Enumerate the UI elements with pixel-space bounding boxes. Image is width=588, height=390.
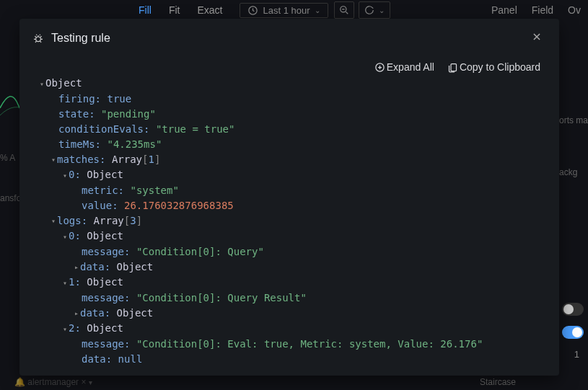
tree-row: message: "Condition[0]: Eval: true, Metr…	[47, 337, 545, 352]
tree-row: value: 26.176032876968385	[47, 198, 545, 213]
modal-title: Testing rule	[51, 32, 110, 45]
tree-row[interactable]: ▾0: Object	[47, 229, 545, 244]
tree-row[interactable]: ▾Object	[47, 76, 545, 92]
chevron-down-icon: ⌄	[315, 6, 320, 14]
expand-all-button[interactable]: Expand All	[374, 61, 434, 73]
close-button[interactable]	[527, 29, 546, 47]
bg-text: 🔔 alertmanager × ▾	[14, 377, 92, 387]
tree-row[interactable]: ▾0: Object	[47, 167, 545, 183]
tab-fit[interactable]: Fit	[160, 1, 189, 19]
tree-row[interactable]: ▾1: Object	[47, 275, 545, 291]
copy-clipboard-button[interactable]: Copy to Clipboard	[447, 61, 540, 73]
tab-overrides[interactable]: Ov	[568, 4, 581, 16]
tree-row[interactable]: ▸data: Object	[47, 260, 545, 275]
tree-row[interactable]: ▾matches: Array[1]	[47, 152, 545, 168]
tree-row: timeMs: "4.235ms"	[47, 137, 545, 152]
plus-circle-icon	[374, 62, 385, 73]
svg-point-2	[36, 37, 41, 42]
testing-rule-modal: Testing rule Expand All Copy to Clipboar…	[19, 19, 559, 376]
bg-text: Staircase	[480, 377, 516, 387]
tab-fill[interactable]: Fill	[130, 1, 160, 19]
bug-icon	[32, 32, 44, 44]
tree-row: state: "pending"	[47, 107, 545, 122]
json-tree: ▾Object firing: true state: "pending" co…	[34, 76, 545, 367]
tree-row: message: "Condition[0]: Query"	[47, 244, 545, 260]
tree-row: conditionEvals: "true = true"	[47, 122, 545, 137]
toggle-switch[interactable]	[562, 326, 584, 339]
zoom-out-button[interactable]	[334, 1, 354, 19]
bg-text: ports ma	[554, 115, 588, 125]
modal-header: Testing rule	[19, 19, 559, 57]
tree-row: message: "Condition[0]: Query Result"	[47, 291, 545, 306]
tree-row: data: null	[47, 352, 545, 367]
background-toolbar: Fill Fit Exact Last 1 hour ⌄ ⌄ Panel Fie…	[0, 0, 588, 20]
close-icon	[532, 32, 542, 42]
bg-text: ansfo	[0, 193, 21, 203]
bg-text: % A	[0, 153, 15, 163]
refresh-button[interactable]: ⌄	[359, 1, 390, 19]
tree-row[interactable]: ▸data: Object	[47, 306, 545, 322]
tab-panel[interactable]: Panel	[491, 4, 517, 16]
clock-icon	[247, 5, 258, 16]
tree-row[interactable]: ▾logs: Array[3]	[47, 213, 545, 229]
tree-row: firing: true	[47, 92, 545, 107]
refresh-icon	[364, 5, 374, 15]
timerange-picker[interactable]: Last 1 hour ⌄	[240, 3, 328, 18]
zoom-out-icon	[339, 5, 349, 15]
chevron-down-icon: ⌄	[379, 6, 385, 14]
tab-field[interactable]: Field	[532, 4, 553, 16]
tab-exact[interactable]: Exact	[188, 1, 231, 19]
clipboard-icon	[447, 62, 458, 73]
bg-text: backg	[554, 167, 588, 177]
toggle-switch[interactable]	[562, 303, 584, 316]
tree-row: metric: "system"	[47, 183, 545, 198]
value-display: 1	[574, 349, 584, 360]
tree-row[interactable]: ▾2: Object	[47, 321, 545, 337]
svg-rect-4	[451, 63, 457, 71]
